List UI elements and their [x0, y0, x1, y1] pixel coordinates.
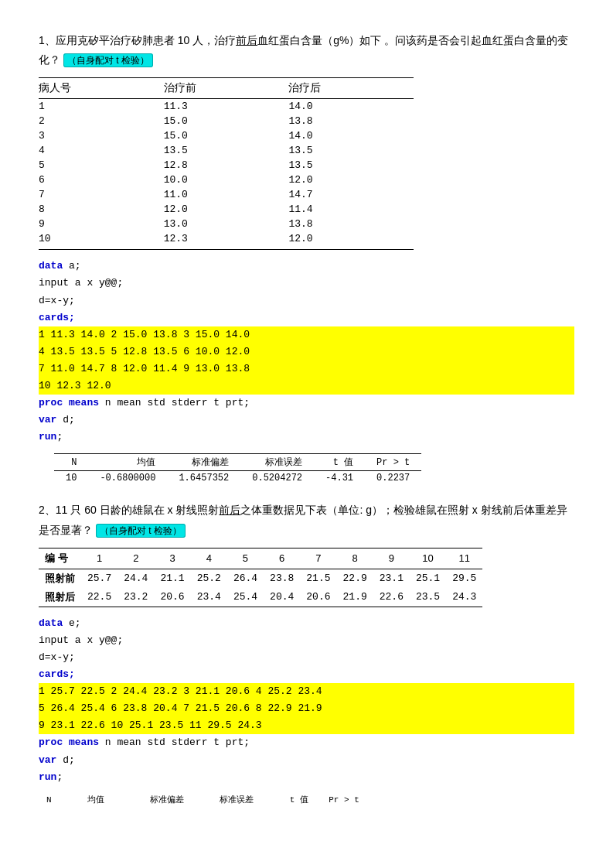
code-data2: data — [39, 617, 63, 629]
stats-table2-header: N 均值 标准偏差 标准误差 t 值 Pr > t — [46, 794, 574, 808]
stats1-header: 标准偏差 — [167, 454, 240, 471]
table1-cell: 11.3 — [164, 99, 289, 114]
table2-cell: 25.1 — [410, 569, 446, 588]
code-run2: run — [39, 771, 56, 783]
table2-header: 3 — [154, 548, 190, 569]
stats1-header: 标准误差 — [240, 454, 314, 471]
table1-cell: 7 — [39, 187, 164, 202]
table2: 编 号1234567891011 照射前25.724.421.125.226.4… — [39, 548, 482, 607]
code-data1: data — [39, 260, 63, 272]
table1-cell: 13.5 — [288, 143, 414, 158]
section2: 2、11 只 60 日龄的雄鼠在 x 射线照射前后之体重数据见下表（单位: g）… — [39, 501, 574, 807]
stats1-cell: -0.6800000 — [88, 471, 167, 486]
question1-text: 1、应用克矽平治疗矽肺患者 10 人，治疗前后血红蛋白含量（g%）如下 。问该药… — [39, 31, 574, 70]
code-d2: d=x-y; — [39, 651, 75, 663]
table1-cell: 1 — [39, 99, 164, 114]
code-proc2: proc means — [39, 736, 99, 748]
tag1: （自身配对 t 检验） — [63, 53, 153, 67]
table2-header: 编 号 — [39, 548, 81, 569]
table2-row-label: 照射前 — [39, 569, 81, 588]
table1-cell: 10 — [39, 231, 164, 250]
table2-header: 7 — [300, 548, 336, 569]
col-patient: 病人号 — [39, 78, 164, 99]
code-d1: d=x-y; — [39, 295, 75, 306]
table1-cell: 11.0 — [164, 187, 289, 202]
table1-cell: 12.0 — [288, 173, 414, 187]
table2-header: 10 — [410, 548, 446, 569]
code-data1-name: a; — [63, 260, 80, 272]
table1-cell: 14.7 — [288, 187, 414, 202]
table1-cell: 13.8 — [288, 114, 414, 128]
table1-cell: 12.0 — [288, 231, 414, 250]
code-data-row1: 1 11.3 14.0 2 15.0 13.8 3 15.0 14.0 — [39, 326, 574, 343]
code-var1: var — [39, 414, 56, 425]
table1-cell: 15.0 — [164, 128, 289, 143]
table2-header: 1 — [81, 548, 117, 569]
col-after: 治疗后 — [288, 78, 414, 99]
code-data2-name: e; — [63, 617, 80, 629]
table2-cell: 26.4 — [227, 569, 264, 588]
question2-text: 2、11 只 60 日龄的雄鼠在 x 射线照射前后之体重数据见下表（单位: g）… — [39, 501, 574, 539]
table2-header: 4 — [191, 548, 227, 569]
table1: 病人号 治疗前 治疗后 111.314.0215.013.8315.014.04… — [39, 77, 414, 250]
table2-header: 6 — [264, 548, 300, 569]
table1-cell: 13.5 — [164, 143, 289, 158]
table2-header: 9 — [373, 548, 410, 569]
code-data2-row2: 5 26.4 25.4 6 23.8 20.4 7 21.5 20.6 8 22… — [39, 700, 574, 717]
code-cards2: cards; — [39, 668, 75, 680]
table1-cell: 14.0 — [288, 99, 414, 114]
stats1-header: N — [54, 454, 88, 471]
table1-cell: 12.8 — [164, 158, 289, 173]
code-data2-row3: 9 23.1 22.6 10 25.1 23.5 11 29.5 24.3 — [39, 717, 574, 734]
table2-cell: 25.7 — [81, 569, 117, 588]
code-var2: var — [39, 754, 56, 766]
code-data-row2: 4 13.5 13.5 5 12.8 13.5 6 10.0 12.0 — [39, 343, 574, 361]
table1-cell: 8 — [39, 202, 164, 217]
stats1-cell: 10 — [54, 471, 88, 486]
code-var1-val: d; — [56, 414, 74, 425]
table1-cell: 14.0 — [288, 128, 414, 143]
table2-cell: 24.3 — [446, 588, 482, 607]
table1-cell: 9 — [39, 217, 164, 231]
table2-cell: 20.6 — [300, 588, 336, 607]
table1-cell: 10.0 — [164, 173, 289, 187]
code-data2-row1: 1 25.7 22.5 2 24.4 23.2 3 21.1 20.6 4 25… — [39, 683, 574, 700]
code-run2-semi: ; — [56, 771, 63, 783]
code-proc2-end: n mean std stderr t prt; — [99, 736, 250, 748]
table2-cell: 23.1 — [373, 569, 410, 588]
table1-cell: 12.0 — [164, 202, 289, 217]
stats1-cell: 1.6457352 — [167, 471, 240, 486]
stats1-header: t 值 — [314, 454, 365, 471]
col-before: 治疗前 — [164, 78, 289, 99]
code-run1-semi: ; — [56, 431, 63, 443]
table2-cell: 23.2 — [117, 588, 154, 607]
table2-cell: 23.8 — [264, 569, 300, 588]
table1-cell: 5 — [39, 158, 164, 173]
table1-cell: 2 — [39, 114, 164, 128]
stats-table1: N均值标准偏差标准误差t 值Pr > t 10-0.68000001.64573… — [54, 453, 421, 485]
table2-cell: 21.5 — [300, 569, 336, 588]
stats1-cell: -4.31 — [314, 471, 365, 486]
table1-cell: 13.0 — [164, 217, 289, 231]
code-proc1: proc means — [39, 397, 99, 408]
tag2: （自身配对 t 检验） — [96, 524, 186, 538]
section1: 1、应用克矽平治疗矽肺患者 10 人，治疗前后血红蛋白含量（g%）如下 。问该药… — [39, 31, 574, 485]
table2-cell: 22.5 — [81, 588, 117, 607]
code-input1: input a x y@@; — [39, 277, 123, 289]
code-run1: run — [39, 431, 56, 443]
code-input2: input a x y@@; — [39, 634, 123, 646]
code-block1: data a; input a x y@@; d=x-y; cards; 1 1… — [39, 258, 574, 446]
table1-cell: 15.0 — [164, 114, 289, 128]
table1-cell: 13.8 — [288, 217, 414, 231]
table2-header: 8 — [337, 548, 373, 569]
table2-row-label: 照射后 — [39, 588, 81, 607]
stats1-header: 均值 — [88, 454, 167, 471]
code-data-row3: 7 11.0 14.7 8 12.0 11.4 9 13.0 13.8 — [39, 361, 574, 378]
stats1-header: Pr > t — [365, 454, 421, 471]
table2-cell: 23.5 — [410, 588, 446, 607]
stats1-cell: 0.2237 — [365, 471, 421, 486]
question2-underline: 前后 — [219, 504, 240, 516]
table2-cell: 22.6 — [373, 588, 410, 607]
table2-header: 5 — [227, 548, 264, 569]
code-cards1: cards; — [39, 312, 75, 323]
